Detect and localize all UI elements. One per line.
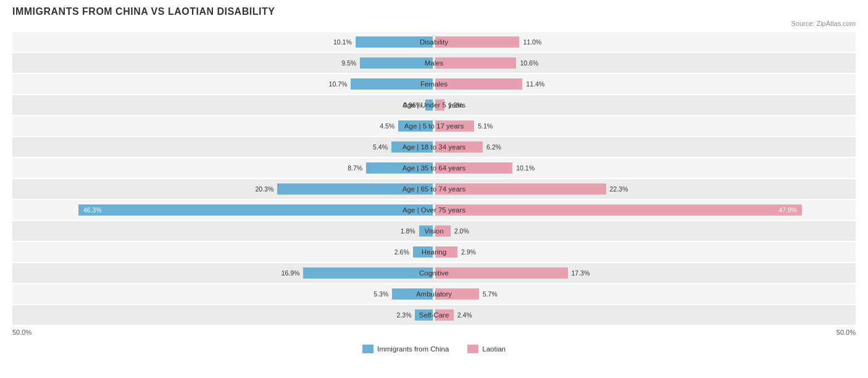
source-label: Source: ZipAtlas.com: [12, 20, 856, 27]
table-row: 10.1% Disability 11.0%: [12, 32, 856, 52]
bar-value-right: 2.9%: [461, 248, 476, 256]
table-row: 5.3% Ambulatory 5.7%: [12, 284, 856, 304]
bar-value-left: 10.1%: [333, 38, 352, 46]
legend-box-blue: [362, 345, 373, 353]
bar-value-right: 2.0%: [454, 227, 469, 235]
bar-value-right: 47.9%: [778, 206, 797, 214]
axis-row: 50.0% 50.0%: [12, 329, 856, 341]
table-row: 16.9% Cognitive 17.3%: [12, 263, 856, 283]
bar-value-left: 2.3%: [397, 311, 412, 319]
bar-value-right: 2.4%: [457, 311, 472, 319]
table-row: 0.96% Age | Under 5 years 1.2%: [12, 95, 856, 115]
legend-item-blue: Immigrants from China: [362, 345, 449, 353]
table-row: 8.7% Age | 35 to 64 years 10.1%: [12, 158, 856, 178]
table-row: 2.3% Self-Care 2.4%: [12, 305, 856, 325]
legend-box-pink: [467, 345, 478, 353]
bar-value-right: 10.1%: [516, 164, 535, 172]
axis-left: 50.0%: [12, 329, 31, 336]
bar-value-right: 11.0%: [523, 38, 541, 46]
bar-value-right: 22.3%: [610, 185, 628, 193]
legend-label-blue: Immigrants from China: [377, 345, 449, 353]
bar-value-left: 9.5%: [341, 59, 356, 67]
table-row: 2.6% Hearing 2.9%: [12, 242, 856, 262]
bar-value-left: 8.7%: [348, 164, 362, 172]
table-row: 1.8% Vision 2.0%: [12, 221, 856, 241]
bar-value-right: 6.2%: [486, 143, 501, 151]
legend: Immigrants from China Laotian: [12, 345, 856, 353]
table-row: 20.3% Age | 65 to 74 years 22.3%: [12, 179, 856, 199]
table-row: 4.5% Age | 5 to 17 years 5.1%: [12, 116, 856, 136]
bar-value-left: 16.9%: [282, 269, 300, 277]
chart-title: IMMIGRANTS FROM CHINA VS LAOTIAN DISABIL…: [12, 6, 856, 17]
bar-value-right: 17.3%: [572, 269, 590, 277]
bar-value-left: 46.3%: [83, 206, 102, 214]
axis-right: 50.0%: [837, 329, 856, 336]
bar-value-left: 1.8%: [401, 227, 415, 235]
table-row: 5.4% Age | 18 to 34 years 6.2%: [12, 137, 856, 157]
table-row: 10.7% Females 11.4%: [12, 74, 856, 94]
table-row: 9.5% Males 10.6%: [12, 53, 856, 73]
bar-value-left: 4.5%: [380, 122, 394, 130]
bar-value-left: 5.3%: [373, 290, 388, 298]
legend-label-pink: Laotian: [482, 345, 506, 353]
bar-value-left: 2.6%: [394, 248, 409, 256]
bar-value-left: 20.3%: [256, 185, 274, 193]
bar-value-left: 10.7%: [329, 80, 348, 88]
bar-value-right: 1.2%: [448, 101, 463, 109]
bar-value-right: 11.4%: [526, 80, 545, 88]
legend-item-pink: Laotian: [467, 345, 506, 353]
table-row: 46.3% Age | Over 75 years 47.9%: [12, 200, 856, 220]
bar-value-left: 5.4%: [373, 143, 388, 151]
bar-value-right: 10.6%: [520, 59, 538, 67]
bar-value-right: 5.1%: [478, 122, 493, 130]
bar-value-right: 5.7%: [483, 290, 498, 298]
bar-value-left: 0.96%: [403, 101, 422, 109]
chart-area: 10.1% Disability 11.0% 9.5% Males 10.6%: [12, 32, 856, 325]
